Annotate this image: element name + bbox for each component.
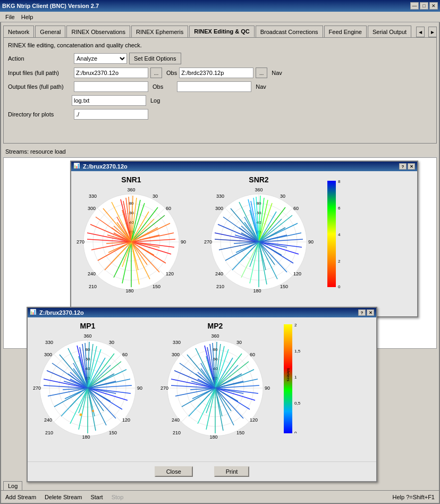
svg-text:330: 330 <box>216 194 224 199</box>
tab-feed-engine[interactable]: Feed Engine <box>324 26 367 37</box>
stop-button[interactable]: Stop <box>112 494 124 500</box>
svg-text:Meters: Meters <box>286 368 291 381</box>
browse-nav-button[interactable]: ... <box>256 68 267 78</box>
svg-text:240: 240 <box>215 271 223 276</box>
dialog-snr-content: SNR1 360 <box>71 171 417 316</box>
dialog-snr: 📊 Z:/brux2370.12o ? ✕ SNR1 <box>70 161 418 317</box>
input-nav-field[interactable] <box>179 68 253 78</box>
output-obs-field[interactable] <box>74 81 148 92</box>
action-row: Action Analyze Set Edit Options <box>8 53 432 64</box>
window-title: BKG Ntrip Client (BNC) Version 2.7 <box>2 3 99 9</box>
svg-text:210: 210 <box>173 430 181 435</box>
svg-text:240: 240 <box>172 417 180 423</box>
bottom-bar: Add Stream Delete Stream Start Stop Help… <box>1 490 439 503</box>
help-text: Help ?=Shift+F1 <box>393 494 435 500</box>
mp1-title: MP1 <box>80 322 96 330</box>
snr-colorbar: 8 6 4 2 0 <box>327 175 343 298</box>
input-obs-field[interactable] <box>74 68 148 78</box>
log-tab[interactable]: Log <box>3 481 22 490</box>
svg-text:30: 30 <box>153 194 158 199</box>
svg-text:6: 6 <box>338 206 341 211</box>
svg-point-231 <box>80 414 82 416</box>
svg-text:210: 210 <box>89 284 97 289</box>
delete-stream-button[interactable]: Delete Stream <box>45 494 82 500</box>
tab-serial-output[interactable]: Serial Output <box>368 26 411 37</box>
svg-rect-150 <box>327 181 336 287</box>
tab-rinex-eph[interactable]: RINEX Ephemeris <box>131 26 188 37</box>
dialog-mp-icon: 📊 <box>30 309 37 316</box>
mp2-title: MP2 <box>208 322 223 330</box>
svg-text:120: 120 <box>166 271 174 276</box>
log-field[interactable] <box>72 95 146 106</box>
svg-text:330: 330 <box>45 340 53 345</box>
set-edit-options-button[interactable]: Set Edit Options <box>129 53 181 64</box>
mp-plots-area: MP1 360 90 <box>32 322 271 444</box>
tab-rinex-editing[interactable]: RINEX Editing & QC <box>189 26 255 37</box>
minimize-button[interactable]: — <box>410 2 419 10</box>
menu-help[interactable]: Help <box>18 13 37 21</box>
svg-text:300: 300 <box>215 206 223 211</box>
menu-file[interactable]: File <box>2 13 18 21</box>
svg-text:270: 270 <box>204 239 212 245</box>
log-label: Log <box>150 97 160 104</box>
dialog-mp-close-button[interactable]: ✕ <box>367 309 374 316</box>
action-select[interactable]: Analyze <box>74 53 127 64</box>
content-description: RINEX file editing, concatenation and qu… <box>8 42 432 48</box>
svg-text:240: 240 <box>44 417 52 423</box>
svg-text:360: 360 <box>127 187 135 192</box>
dialog-snr-close-button[interactable]: ✕ <box>408 163 415 170</box>
dialog-mp-help-button[interactable]: ? <box>358 309 366 316</box>
svg-text:180: 180 <box>82 434 90 440</box>
svg-text:150: 150 <box>280 284 288 289</box>
dialog-mp: 📊 Z:/brux2370.12o ? ✕ MP1 <box>27 307 377 482</box>
svg-text:90: 90 <box>265 385 270 391</box>
dialog-mp-footer: Close Print <box>28 461 376 481</box>
dir-plots-field[interactable] <box>74 109 148 120</box>
dir-plots-label: Directory for plots <box>8 111 72 117</box>
tab-scroll-right[interactable]: ► <box>428 27 437 37</box>
svg-text:90: 90 <box>137 385 142 391</box>
svg-text:90: 90 <box>308 239 314 245</box>
svg-text:270: 270 <box>77 239 84 245</box>
svg-text:360: 360 <box>211 333 219 339</box>
nav-label-1: Nav <box>272 70 282 76</box>
main-window: Network General RINEX Observations RINEX… <box>0 22 440 504</box>
tab-rinex-obs[interactable]: RINEX Observations <box>66 26 130 37</box>
dialog-snr-help-button[interactable]: ? <box>399 163 407 170</box>
start-button[interactable]: Start <box>90 494 103 500</box>
mp1-plot: MP1 360 90 <box>32 322 143 444</box>
add-stream-button[interactable]: Add Stream <box>5 494 36 500</box>
svg-text:4: 4 <box>338 232 341 237</box>
svg-text:90: 90 <box>181 239 186 245</box>
browse-obs-button[interactable]: ... <box>150 68 162 78</box>
svg-text:360: 360 <box>255 187 263 192</box>
tab-broadcast[interactable]: Broadcast Corrections <box>256 26 323 37</box>
svg-text:180: 180 <box>209 434 217 440</box>
dialog-mp-title: Z:/brux2370.12o <box>39 309 84 316</box>
tab-scroll-left[interactable]: ◄ <box>416 27 425 37</box>
svg-text:210: 210 <box>216 284 224 289</box>
snr1-plot: SNR1 360 <box>75 175 187 298</box>
maximize-button[interactable]: □ <box>420 2 428 10</box>
tab-general[interactable]: General <box>35 26 65 37</box>
title-bar-buttons: — □ ✕ <box>410 2 438 10</box>
print-button[interactable]: Print <box>214 466 250 477</box>
close-button[interactable]: ✕ <box>429 2 438 10</box>
svg-text:150: 150 <box>153 284 160 289</box>
input-files-row: Input files (full path) ... Obs ... Nav <box>8 68 432 78</box>
dialog-mp-title-bar: 📊 Z:/brux2370.12o ? ✕ <box>28 308 376 317</box>
dialog-snr-icon: 📊 <box>73 163 81 170</box>
svg-text:150: 150 <box>236 430 244 435</box>
log-row: Log <box>72 95 432 106</box>
svg-text:210: 210 <box>45 430 53 435</box>
close-button[interactable]: Close <box>155 466 193 477</box>
streams-text: Streams: resource load <box>5 148 66 155</box>
snr1-title: SNR1 <box>121 175 141 184</box>
mp2-plot: MP2 360 90 <box>159 322 271 444</box>
obs-label-1: Obs <box>166 70 177 76</box>
snr1-svg: 360 90 180 270 30 60 120 150 330 300 240… <box>75 186 187 298</box>
tab-network[interactable]: Network <box>3 26 34 37</box>
output-nav-field[interactable] <box>177 81 251 92</box>
svg-text:300: 300 <box>172 352 180 357</box>
snr-colorbar-svg: 8 6 4 2 0 <box>327 175 343 292</box>
